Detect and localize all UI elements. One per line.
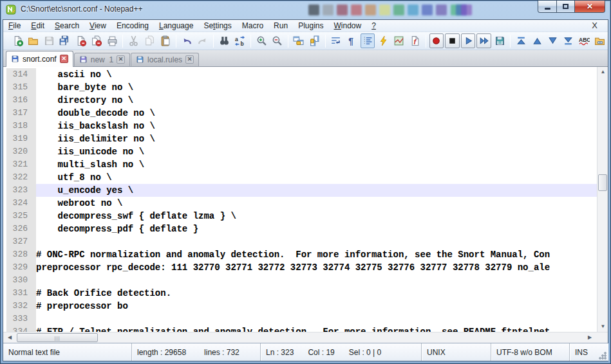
goto-next-button[interactable] xyxy=(545,33,559,48)
spell-check-button[interactable]: ABC xyxy=(577,33,591,48)
editor-line-329[interactable]: 329preprocessor rpc_decode: 111 32770 32… xyxy=(3,261,597,274)
editor-line-333[interactable]: 333 xyxy=(3,313,597,325)
editor-line-322[interactable]: 322 utf_8 no \ xyxy=(3,171,597,184)
file-saved-icon xyxy=(11,55,19,63)
toolbar-separator xyxy=(122,35,123,48)
tab-snort.conf[interactable]: snort.conf✕ xyxy=(6,51,73,67)
title-bar[interactable]: C:\Snort\etc\snort.conf - Notepad++ ✕ xyxy=(0,0,611,19)
playback-macro-icon xyxy=(463,35,474,46)
record-macro-icon xyxy=(431,35,442,46)
resize-grip[interactable] xyxy=(598,351,606,359)
goto-previous-button[interactable] xyxy=(530,33,544,48)
run-macro-multiple-button[interactable] xyxy=(476,33,491,48)
scroll-up-arrow-icon[interactable]: ▲ xyxy=(597,67,608,77)
tab-close-icon[interactable]: ✕ xyxy=(117,55,125,64)
notepad-plus-plus-window: C:\Snort\etc\snort.conf - Notepad++ ✕ Fi… xyxy=(0,0,611,364)
line-text: bare_byte no \ xyxy=(36,81,597,94)
menu-item-?[interactable]: ? xyxy=(366,21,381,31)
vertical-scrollbar[interactable]: ▲ ▼ xyxy=(597,67,608,332)
goto-first-icon xyxy=(516,35,527,46)
print-button[interactable] xyxy=(105,33,119,48)
sync-vertical-scrolling-button[interactable] xyxy=(292,33,306,48)
menu-item-plugins[interactable]: Plugins xyxy=(293,21,328,31)
tab-local.rules[interactable]: local.rules✕ xyxy=(131,53,199,66)
editor-line-319[interactable]: 319 iis_delimiter no \ xyxy=(3,132,597,145)
scroll-right-arrow-icon[interactable]: ▶ xyxy=(585,332,595,343)
editor-line-320[interactable]: 320 iis_unicode no \ xyxy=(3,145,597,158)
tab-close-icon[interactable]: ✕ xyxy=(185,55,194,64)
function-list-button[interactable] xyxy=(376,33,390,48)
save-macro-button[interactable] xyxy=(493,33,507,48)
line-number: 332 xyxy=(6,300,36,313)
restore-button[interactable] xyxy=(557,1,575,13)
close-button[interactable]: ✕ xyxy=(575,1,605,13)
sync-horizontal-scrolling-button[interactable] xyxy=(307,33,321,48)
horizontal-scroll-thumb[interactable]: ||| xyxy=(17,333,98,342)
menu-item-language[interactable]: Language xyxy=(154,21,198,31)
new-file-button[interactable] xyxy=(10,33,24,48)
menu-item-encoding[interactable]: Encoding xyxy=(111,21,154,31)
editor-line-316[interactable]: 316 directory no \ xyxy=(3,94,597,107)
editor-line-328[interactable]: 328# ONC-RPC normalization and anomaly d… xyxy=(3,248,597,261)
horizontal-scrollbar[interactable]: ◀ ||| ▶ xyxy=(3,332,608,343)
document-close-button[interactable]: X xyxy=(589,21,600,30)
tab-close-icon[interactable]: ✕ xyxy=(60,55,68,63)
menu-item-edit[interactable]: Edit xyxy=(26,21,50,31)
explorer-button[interactable] xyxy=(593,33,607,48)
editor-line-334[interactable]: 334# FTP / Telnet normalization and anom… xyxy=(3,325,597,332)
minimize-button[interactable] xyxy=(538,1,557,13)
zoom-in-button[interactable] xyxy=(254,33,268,48)
save-all-button[interactable] xyxy=(57,33,71,48)
editor-line-324[interactable]: 324 webroot no \ xyxy=(3,197,597,210)
editor-line-325[interactable]: 325 decompress_swf { deflate lzma } \ xyxy=(3,210,597,223)
vertical-scroll-thumb[interactable] xyxy=(598,174,607,191)
paste-icon xyxy=(160,35,171,46)
undo-button[interactable] xyxy=(180,33,194,48)
stop-recording-button[interactable] xyxy=(445,33,460,48)
editor-line-323[interactable]: 323 u_encode yes \ xyxy=(3,184,597,197)
open-file-button[interactable] xyxy=(26,33,40,48)
editor-line-317[interactable]: 317 double_decode no \ xyxy=(3,107,597,120)
editor-line-331[interactable]: 331# Back Orifice detection. xyxy=(3,287,597,300)
editor-line-315[interactable]: 315 bare_byte no \ xyxy=(3,81,597,94)
playback-macro-button[interactable] xyxy=(461,33,476,48)
menu-item-file[interactable]: File xyxy=(3,21,26,31)
menu-item-window[interactable]: Window xyxy=(328,21,366,31)
menu-item-macro[interactable]: Macro xyxy=(237,21,268,31)
menu-item-view[interactable]: View xyxy=(84,21,111,31)
editor-line-318[interactable]: 318 iis_backslash no \ xyxy=(3,120,597,132)
tab-new-1[interactable]: new 1✕ xyxy=(74,53,130,66)
close-file-button[interactable] xyxy=(73,33,88,48)
scroll-down-arrow-icon[interactable]: ▼ xyxy=(597,322,608,332)
paste-button[interactable] xyxy=(158,33,172,48)
goto-first-button[interactable] xyxy=(514,33,528,48)
status-eol-format[interactable]: UNIX xyxy=(422,343,491,361)
find-button[interactable] xyxy=(217,33,231,48)
window-content: FileEditSearchViewEncodingLanguageSettin… xyxy=(3,19,608,361)
editor-line-326[interactable]: 326 decompress_pdf { deflate } xyxy=(3,223,597,235)
goto-last-button[interactable] xyxy=(561,33,576,48)
editor-line-332[interactable]: 332# preprocessor bo xyxy=(3,300,597,313)
record-macro-button[interactable] xyxy=(429,33,444,48)
replace-button[interactable]: ab xyxy=(232,33,247,48)
show-all-characters-button[interactable]: ¶ xyxy=(344,33,359,48)
editor-line-327[interactable]: 327 xyxy=(3,235,597,248)
editor-area[interactable]: 314 ascii no \315 bare_byte no \316 dire… xyxy=(3,67,608,332)
menu-item-settings[interactable]: Settings xyxy=(198,21,236,31)
editor-line-321[interactable]: 321 multi_slash no \ xyxy=(3,158,597,171)
editor-line-314[interactable]: 314 ascii no \ xyxy=(3,68,597,81)
line-text xyxy=(36,274,597,287)
zoom-out-button[interactable] xyxy=(270,33,284,48)
scroll-left-arrow-icon[interactable]: ◀ xyxy=(5,332,15,343)
document-map-button[interactable] xyxy=(392,33,406,48)
word-wrap-button[interactable] xyxy=(329,33,343,48)
replace-icon: ab xyxy=(234,35,245,46)
show-indent-guide-button[interactable] xyxy=(361,33,375,48)
editor-line-330[interactable]: 330 xyxy=(3,274,597,287)
close-all-button[interactable] xyxy=(89,33,103,48)
doc-switcher-button[interactable]: f xyxy=(408,33,422,48)
goto-last-icon xyxy=(563,35,574,46)
menu-item-run[interactable]: Run xyxy=(268,21,293,31)
status-encoding[interactable]: UTF-8 w/o BOM xyxy=(491,343,570,361)
menu-item-search[interactable]: Search xyxy=(50,21,84,31)
